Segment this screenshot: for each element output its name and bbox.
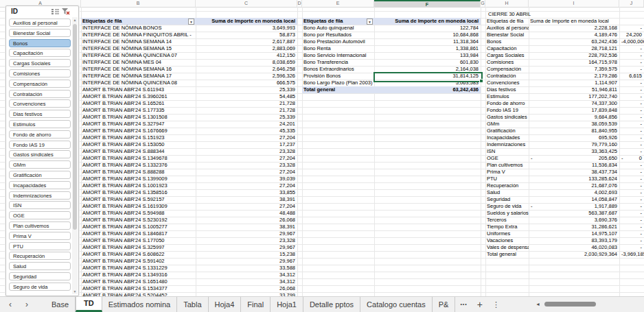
pivot1-row-label[interactable]: AMORT B.TRIAN ABR'24 S.177335: [81, 107, 196, 114]
filter-dropdown-icon[interactable]: ▼: [188, 19, 194, 25]
pivot1-row-value[interactable]: 412,150: [196, 52, 297, 59]
slicer-item-indemnizaciones[interactable]: Indemnizaciones: [9, 191, 71, 200]
pivot1-row-label[interactable]: INTERFACE DE NÓMINA QUINCENA 07: [81, 52, 196, 59]
pivot3-row-value[interactable]: 133,285,624: [529, 176, 619, 182]
pivot3-row-extra[interactable]: -: [619, 162, 644, 169]
fill-handle[interactable]: [479, 79, 483, 83]
pivot1-row-label[interactable]: AMORT B.TRIAN ABR'24 S.888288: [81, 169, 196, 176]
pivot1-row-value[interactable]: 58,873: [196, 32, 297, 38]
pivot3-row-extra[interactable]: -: [619, 52, 644, 59]
pivot3-row-extra[interactable]: -: [619, 230, 644, 237]
pivot1-row-value[interactable]: 23,328: [196, 148, 297, 155]
tab-detalle-pptos[interactable]: Detalle pptos: [303, 297, 360, 312]
pivot1-row-label[interactable]: AMORT B.TRIAN ABR'24 S.1349678: [81, 155, 196, 162]
pivot1-row-value[interactable]: 45,335: [196, 128, 297, 134]
pivot3-row-label[interactable]: Capacitación: [485, 45, 529, 52]
pivot1-row-label[interactable]: AMORT B.TRIAN ABR'24 S.151923: [81, 134, 196, 141]
pivot1-row-value[interactable]: 29,967: [196, 258, 297, 265]
pivot3-row-label[interactable]: Bonos: [485, 38, 529, 45]
pivot1-row-value[interactable]: 54,485: [196, 93, 297, 100]
column-header-D[interactable]: D: [297, 0, 302, 7]
tab-base[interactable]: Base: [45, 297, 76, 312]
pivot3-row-label[interactable]: Convenciones: [485, 80, 529, 86]
pivot3-row-extra[interactable]: -0: [619, 155, 644, 162]
slicer-item-fondo-de-ahorro[interactable]: Fondo de ahorro: [9, 130, 71, 139]
slicer-item-seguro-de-vida[interactable]: Seguro de vida: [9, 283, 71, 291]
tab-menu-icon[interactable]: ⋮: [487, 297, 505, 312]
pivot3-row-value[interactable]: 46,020,083: [529, 244, 619, 251]
pivot1-row-value[interactable]: 25,339: [196, 86, 297, 93]
tab-hoja4[interactable]: Hoja4: [209, 297, 242, 312]
pivot3-row-extra[interactable]: -: [619, 182, 644, 189]
pivot3-row-extra[interactable]: 6,615: [619, 73, 644, 80]
pivot3-row-label[interactable]: Total general: [485, 251, 529, 258]
column-header-E[interactable]: E: [302, 0, 374, 7]
pivot1-row-label[interactable]: AMORT B.TRIAN ABR'24 S.594988: [81, 210, 196, 217]
pivot1-row-label[interactable]: AMORT B.TRIAN ABR'24 S.327947: [81, 121, 196, 128]
pivot3-row-extra[interactable]: -: [619, 114, 644, 121]
pivot1-row-label[interactable]: AMORT B.TRIAN ABR'24 S.1619309: [81, 203, 196, 210]
slicer-item-seguridad[interactable]: Seguridad: [9, 272, 71, 280]
pivot3-row-label[interactable]: Indemnizaciones: [485, 141, 529, 148]
pivot3-row-value[interactable]: 83,393,179: [529, 237, 619, 244]
slicer-item-estimulos[interactable]: Estimulos: [9, 120, 71, 128]
pivot1-row-value[interactable]: 666,575: [196, 80, 297, 86]
pivot3-row-value[interactable]: 11,536,834: [529, 162, 619, 169]
pivot3-row-value[interactable]: 7,359,575: [529, 66, 619, 73]
pivot1-row-value[interactable]: 17,237: [196, 141, 297, 148]
slicer-item-incapacidades[interactable]: Incapacidades: [9, 181, 71, 189]
pivot3-row-label[interactable]: Plan cultivemos: [485, 162, 529, 169]
pivot1-row-label[interactable]: AMORT B.TRIAN ABR'24 S.5230192: [81, 217, 196, 224]
slicer-item-recuperación[interactable]: Recuperación: [9, 252, 71, 260]
pivot3-row-extra[interactable]: -: [619, 210, 644, 217]
pivot3-row-extra[interactable]: -: [619, 100, 644, 107]
pivot1-row-value[interactable]: 27,204: [196, 203, 297, 210]
tab-p&[interactable]: P&: [433, 297, 456, 312]
pivot3-row-extra[interactable]: -: [619, 189, 644, 196]
pivot1-row-value[interactable]: 23,328: [196, 237, 297, 244]
pivot1-row-label[interactable]: INTERFACE DE NÓMINA SEMANA 15: [81, 45, 196, 52]
pivot3-row-extra[interactable]: -: [619, 45, 644, 52]
pivot2-row-label[interactable]: Bono Largo Plazo (Plan 2003): [302, 80, 374, 86]
pivot3-row-label[interactable]: PTU: [485, 176, 529, 182]
slicer-item-salud[interactable]: Salud: [9, 262, 71, 270]
pivot1-row-label[interactable]: AMORT B.TRIAN ABR'24 S.1332376: [81, 162, 196, 169]
pivot3-row-extra[interactable]: -: [619, 93, 644, 100]
pivot3-row-value[interactable]: 74,337,300: [529, 100, 619, 107]
pivot1-row-label[interactable]: AMORT B.TRIAN ABR'24 S.177050: [81, 237, 196, 244]
pivot1-row-value[interactable]: 27,204: [196, 182, 297, 189]
pivot1-row-label[interactable]: AMORT B.TRIAN ABR'24 S.165261: [81, 100, 196, 107]
pivot1-row-value[interactable]: 8,038,659: [196, 59, 297, 66]
pivot1-row-label[interactable]: AMORT B.TRIAN ABR'24 S.1676669: [81, 128, 196, 134]
pivot1-row-value[interactable]: 23,328: [196, 162, 297, 169]
column-header-F[interactable]: F: [374, 0, 481, 7]
pivot3-row-value[interactable]: 177,202,740: [529, 93, 619, 100]
pivot3-row-value[interactable]: 4,002,693: [529, 189, 619, 196]
slicer-item-bonos[interactable]: Bonos: [9, 39, 71, 47]
pivot1-row-label[interactable]: INTERFACE DE NÓMINA FINIQUITOS ABRIL -: [81, 32, 196, 38]
next-sheet-arrow[interactable]: ›: [22, 297, 32, 312]
pivot1-row-value[interactable]: 2,596,326: [196, 73, 297, 80]
pivot3-row-label[interactable]: Prima V: [485, 169, 529, 176]
filter-dropdown-icon[interactable]: ▼: [367, 19, 373, 25]
pivot2-row-label[interactable]: Bono Renta: [302, 45, 374, 52]
pivot1-filter-header[interactable]: Etiquetas de fila: [81, 18, 196, 25]
tab-tabla[interactable]: Tabla: [177, 297, 208, 312]
pivot3-row-label[interactable]: Vales de despensa: [485, 244, 529, 251]
pivot1-row-value[interactable]: 38,391: [196, 196, 297, 203]
horizontal-scrollbar-thumb[interactable]: [544, 302, 596, 307]
pivot1-row-label[interactable]: AMORT B.TRIAN ABR'24 S.1301508: [81, 114, 196, 121]
slicer-item-bienestar-social[interactable]: Bienestar Social: [9, 29, 71, 37]
pivot3-row-extra[interactable]: -3,969,185: [619, 251, 644, 258]
pivot1-row-value[interactable]: 21,728: [196, 100, 297, 107]
column-header-J[interactable]: J: [619, 0, 644, 7]
pivot3-row-extra[interactable]: -: [619, 128, 644, 134]
pivot1-row-label[interactable]: AMORT B.TRIAN ABR'24 S.1399009: [81, 176, 196, 182]
pivot3-row-label[interactable]: GMm: [485, 121, 529, 128]
slicer-item-isn[interactable]: ISN: [9, 201, 71, 209]
pivot3-row-label[interactable]: Gastos sindicales: [485, 114, 529, 121]
pivot1-row-label[interactable]: INTERFACE DE NÓMINA SEMANA 17: [81, 73, 196, 80]
pivot3-row-label[interactable]: Cargas Sociales: [485, 52, 529, 59]
pivot1-row-label[interactable]: AMORT B.TRIAN ABR'24 S.153050: [81, 141, 196, 148]
pivot3-row-extra[interactable]: -: [619, 148, 644, 155]
